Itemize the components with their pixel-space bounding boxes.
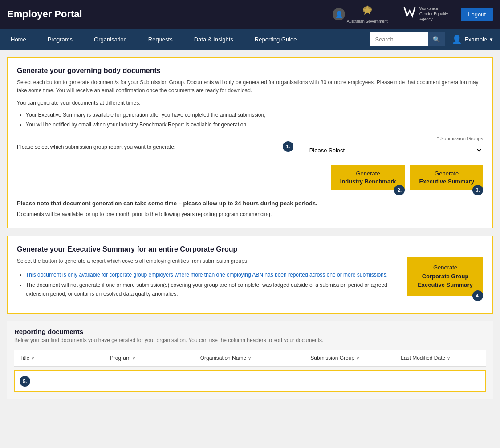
header-center: Australian Government Workplace Gender E… [347,5,493,24]
times-label: You can generate your documents at diffe… [17,100,483,106]
sort-arrow-program: ∨ [132,356,135,361]
step-5-badge: 5. [20,376,30,387]
chevron-down-icon: ▾ [490,36,493,43]
notice-area: Please note that document generation can… [17,199,483,219]
governing-body-desc: Select each button to generate document/… [17,78,483,94]
empty-table-row: 5. [14,370,486,392]
generate-corporate-group-button[interactable]: Generate Corporate GroupExecutive Summar… [407,257,483,296]
bullet-item-2: You will be notified by email when your … [26,120,483,129]
sort-arrow-date: ∨ [447,356,450,361]
col-org-name[interactable]: Organisation Name ∨ [195,350,305,366]
corp-bullet-1: This document is only available for corp… [26,270,400,279]
select-label: Please select which submission group rep… [17,144,175,150]
executive-btn-container: Generate Executive Summary 3. [410,165,483,190]
nav-data-insights[interactable]: Data & Insights [183,29,244,50]
gov-logo: Australian Government [347,5,395,24]
reporting-title: Reporting documents [14,328,486,335]
governing-body-title: Generate your governing body documents [17,67,483,75]
col-program[interactable]: Program ∨ [105,350,195,366]
generate-industry-benchmark-button[interactable]: Generate Industry Benchmark [331,165,405,190]
gov-logo-icon [358,5,376,18]
notice-normal-text: Documents will be available for up to on… [17,210,483,219]
search-button[interactable]: 🔍 [428,32,445,46]
notice-bold-text: Please note that document generation can… [17,199,483,208]
bullet-list-1: Your Executive Summary is available for … [26,110,483,130]
nav-organisation[interactable]: Organisation [83,29,138,50]
corporate-group-card: Generate your Executive Summary for an e… [7,236,493,314]
corporate-btn-area: Generate Corporate GroupExecutive Summar… [407,257,483,296]
wgea-text: Workplace Gender Equality Agency [419,6,448,22]
wgea-w-icon [402,6,417,23]
user-menu[interactable]: 👤 Example ▾ [445,29,500,50]
step-3-badge: 3. [472,185,483,195]
table-header: Title ∨ Program ∨ Organisation Name ∨ Su… [14,350,486,367]
main-content: Generate your governing body documents S… [0,50,500,448]
corporate-desc: Select the button to generate a report w… [17,257,400,265]
logout-button[interactable]: Logout [461,8,493,21]
step-4-badge: 4. [472,290,483,301]
header-user-icon: 👤 [333,8,345,20]
step-1-badge: 1. [283,141,293,152]
user-label: Example [464,36,487,43]
user-avatar: 👤 [452,34,462,44]
main-nav: Home Programs Organisation Requests Data… [0,29,500,50]
app-header: Employer Portal 👤 Australian Government … [0,0,500,29]
reporting-section: Reporting documents Below you can find d… [7,321,493,399]
submission-group-select[interactable]: --Please Select-- [299,143,483,158]
nav-reporting-guide[interactable]: Reporting Guide [244,29,308,50]
wgea-logo: Workplace Gender Equality Agency [402,6,456,23]
search-icon: 🔍 [433,36,440,43]
nav-home[interactable]: Home [0,29,37,50]
generate-executive-summary-button[interactable]: Generate Executive Summary [410,165,483,190]
industry-btn-container: Generate Industry Benchmark 2. [331,165,405,190]
governing-body-card: Generate your governing body documents S… [7,57,493,228]
app-title: Employer Portal [7,8,333,20]
bullet-item-1: Your Executive Summary is available for … [26,110,483,119]
col-submission-group[interactable]: Submission Group ∨ [305,350,395,366]
corp-bullet-2: The document will not generate if one or… [26,281,400,299]
sort-arrow-org: ∨ [248,356,251,361]
corporate-text: Select the button to generate a report w… [17,257,400,304]
step-2-badge: 2. [394,185,405,195]
reporting-desc: Below you can find documents you have ge… [14,337,486,343]
corp-bullet-list: This document is only available for corp… [26,270,400,298]
gov-label: Australian Government [347,19,388,24]
submission-groups-label: * Submission Groups [437,136,483,141]
col-last-modified[interactable]: Last Modified Date ∨ [395,350,486,366]
corporate-group-title: Generate your Executive Summary for an e… [17,245,483,253]
sort-arrow-title: ∨ [31,356,34,361]
search-input[interactable] [370,32,428,46]
corporate-row: Select the button to generate a report w… [17,257,483,304]
col-title[interactable]: Title ∨ [14,350,105,366]
search-area: 🔍 [370,29,445,50]
nav-requests[interactable]: Requests [138,29,183,50]
sort-arrow-sub: ∨ [356,356,359,361]
nav-programs[interactable]: Programs [37,29,83,50]
